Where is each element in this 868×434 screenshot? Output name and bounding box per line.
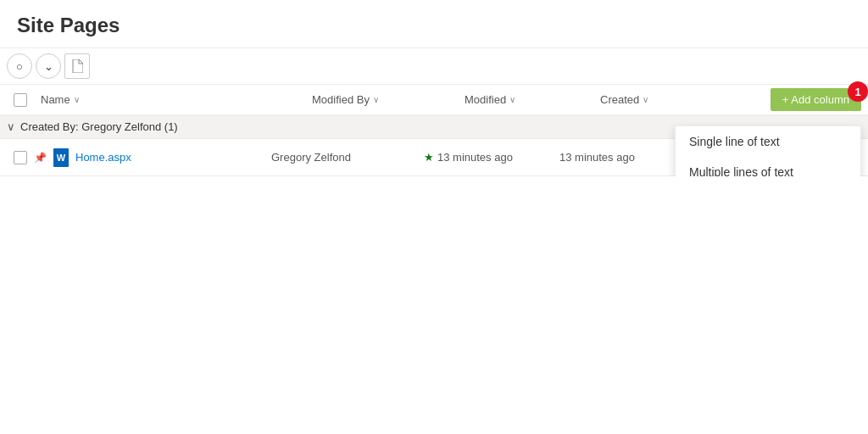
select-all-checkbox[interactable] [14, 93, 27, 107]
column-headers: Name ∨ Modified By ∨ Modified ∨ Created … [0, 85, 868, 115]
file-name-link[interactable]: Home.aspx [75, 151, 131, 164]
modified-sort-icon: ∨ [509, 95, 515, 104]
col-header-modified[interactable]: Modified ∨ [458, 93, 593, 106]
file-button[interactable] [64, 53, 90, 79]
group-label: Created By: Gregory Zelfond (1) [20, 120, 178, 133]
cell-modified: ★ 13 minutes ago [424, 151, 559, 164]
add-column-label: + Add column [782, 93, 849, 106]
dropdown-item-single-line[interactable]: Single line of text [676, 126, 860, 157]
name-sort-icon: ∨ [74, 95, 80, 104]
cell-created: 13 minutes ago [559, 151, 678, 164]
pin-icon: 📌 [34, 152, 47, 164]
chevron-button[interactable]: ⌄ [36, 53, 61, 79]
col-header-name[interactable]: Name ∨ [34, 93, 305, 106]
group-chevron-icon[interactable]: ∨ [7, 120, 15, 133]
toolbar: ○ ⌄ [0, 47, 868, 85]
cell-modified-by: Gregory Zelfond [271, 151, 424, 164]
dropdown-item-multi-line[interactable]: Multiple lines of text [676, 157, 860, 176]
col-header-created[interactable]: Created ∨ [593, 93, 712, 106]
file-type-icon [53, 148, 69, 167]
circle-button[interactable]: ○ [7, 53, 32, 79]
add-column-dropdown: Single line of text Multiple lines of te… [675, 125, 861, 176]
star-icon: ★ [424, 151, 434, 164]
created-sort-icon: ∨ [643, 95, 648, 104]
modified-value: 13 minutes ago [437, 151, 513, 164]
badge-1: 1 [848, 81, 868, 102]
col-header-modified-by[interactable]: Modified By ∨ [305, 93, 458, 106]
add-column-button[interactable]: + Add column 1 [771, 88, 861, 111]
modified-by-sort-icon: ∨ [373, 95, 379, 104]
cell-name: 📌 Home.aspx [34, 148, 271, 167]
page-title: Site Pages [0, 0, 868, 47]
row-checkbox[interactable] [14, 151, 27, 164]
